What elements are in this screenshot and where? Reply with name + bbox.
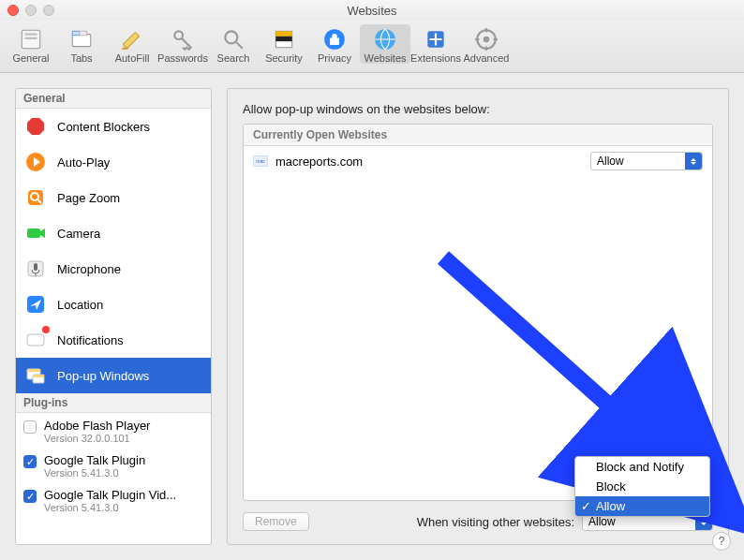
toolbar-label: Websites [364,52,406,64]
camera-icon [23,221,48,245]
privacy-icon [321,26,348,52]
toolbar-advanced[interactable]: Advanced [461,24,512,64]
plugin-checkbox[interactable] [23,420,37,434]
sidebar-item-label: Microphone [57,262,121,276]
toolbar-general[interactable]: General [6,24,56,64]
toolbar-label: Tabs [70,52,92,64]
popup-item-block[interactable]: Block [575,477,709,496]
svg-marker-22 [27,118,44,135]
toolbar-label: AutoFill [115,52,150,64]
toolbar-privacy[interactable]: Privacy [309,24,360,64]
sidebar-item-notifications[interactable]: Notifications [16,322,211,358]
select-arrows-icon [685,153,702,169]
advanced-icon [473,26,499,52]
search-icon [220,26,246,52]
popup-item-allow[interactable]: Allow [575,496,709,516]
toolbar-search[interactable]: Search [208,24,259,64]
svg-rect-34 [27,334,44,346]
titlebar: Websites [0,0,744,21]
zoom-icon [23,185,48,210]
sidebar: General Content Blockers Auto-Play Page … [15,88,212,545]
minimize-window-button[interactable] [25,5,37,16]
extensions-icon [423,26,449,52]
plugin-version: Version 32.0.0.101 [44,433,150,444]
tabs-icon [68,26,95,52]
select-value: Allow [588,515,616,528]
svg-point-7 [174,31,183,39]
sidebar-section-header: General [16,89,211,109]
security-icon [271,26,297,52]
autofill-icon [119,26,145,52]
svg-rect-12 [275,37,291,41]
plugin-version: Version 5.41.3.0 [44,467,145,479]
sidebar-item-label: Location [57,298,103,312]
svg-rect-36 [27,369,40,372]
prefs-toolbar: General Tabs AutoFill Passwords Search S… [0,21,744,73]
plugin-name: Adobe Flash Player [44,419,150,433]
toolbar-tabs[interactable]: Tabs [56,24,107,64]
svg-rect-2 [25,37,37,39]
passwords-icon [170,26,196,52]
footer-label: When visiting other websites: [417,515,574,529]
sidebar-section-header: Plug-ins [16,393,211,413]
sidebar-item-content-blockers[interactable]: Content Blockers [16,109,211,144]
toolbar-label: Passwords [157,52,208,64]
permission-popup-menu: Block and Notify Block Allow [574,456,710,517]
toolbar-passwords[interactable]: Passwords [157,24,208,64]
help-button[interactable]: ? [712,532,731,551]
svg-point-17 [484,37,490,43]
plugin-checkbox[interactable] [23,455,37,468]
svg-rect-31 [34,263,37,271]
svg-rect-1 [25,34,37,36]
toolbar-label: Extensions [410,52,461,64]
sidebar-item-label: Camera [57,227,100,241]
favicon-icon: mac [253,155,268,167]
plugin-checkbox[interactable] [23,490,37,503]
svg-point-8 [225,31,237,43]
plugin-name: Google Talk Plugin [44,453,145,467]
microphone-icon [23,257,48,281]
popup-item-block-notify[interactable]: Block and Notify [575,457,709,477]
toolbar-label: Advanced [464,52,510,64]
toolbar-label: Search [217,52,250,64]
sidebar-item-page-zoom[interactable]: Page Zoom [16,180,211,215]
sidebar-item-popup-windows[interactable]: Pop-up Windows [16,358,211,393]
window-controls [7,5,54,16]
svg-rect-28 [27,228,40,238]
zoom-window-button[interactable] [43,5,54,16]
svg-rect-6 [122,48,128,50]
main-title: Allow pop-up windows on the websites bel… [243,102,713,116]
stop-icon [23,114,48,139]
sidebar-item-label: Pop-up Windows [57,369,149,383]
remove-button[interactable]: Remove [243,512,309,531]
sidebar-item-camera[interactable]: Camera [16,215,211,251]
toolbar-extensions[interactable]: Extensions [410,24,461,64]
notifications-icon [23,328,48,352]
plugin-version: Version 5.41.3.0 [44,502,176,513]
website-permission-select[interactable]: Allow [590,152,703,170]
svg-rect-38 [33,375,44,377]
list-header: Currently Open Websites [244,125,712,146]
toolbar-label: Privacy [318,52,351,64]
popup-windows-icon [23,363,48,388]
website-row[interactable]: mac macreports.com Allow [244,146,712,176]
plugin-row[interactable]: Adobe Flash PlayerVersion 32.0.0.101 [16,413,211,448]
svg-rect-4 [72,31,80,35]
select-value: Allow [597,155,624,168]
sidebar-item-microphone[interactable]: Microphone [16,251,211,287]
window-title: Websites [347,4,396,18]
close-window-button[interactable] [7,5,19,16]
websites-icon [372,26,398,52]
play-icon [23,150,48,174]
toolbar-websites[interactable]: Websites [360,24,410,64]
sidebar-item-label: Auto-Play [57,155,110,169]
notification-badge [42,326,50,333]
toolbar-autofill[interactable]: AutoFill [107,24,157,64]
sidebar-item-auto-play[interactable]: Auto-Play [16,144,211,180]
plugin-row[interactable]: Google Talk Plugin Vid...Version 5.41.3.… [16,482,211,517]
sidebar-item-location[interactable]: Location [16,287,211,322]
plugin-row[interactable]: Google Talk PluginVersion 5.41.3.0 [16,448,211,482]
website-list: Currently Open Websites mac macreports.c… [243,124,713,501]
toolbar-security[interactable]: Security [259,24,309,64]
plugin-name: Google Talk Plugin Vid... [44,488,176,502]
